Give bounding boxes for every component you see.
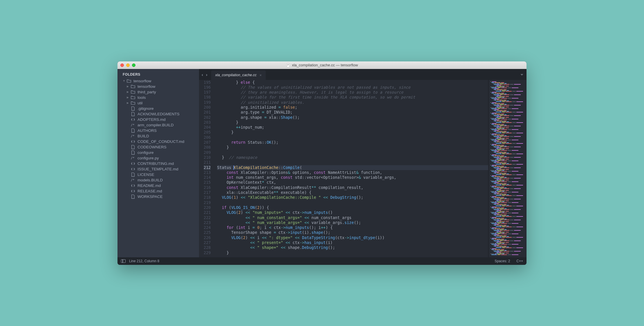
- code-line[interactable]: // uninitialized variables.: [217, 100, 488, 105]
- tree-item-build[interactable]: /*BUILD: [117, 133, 199, 139]
- gutter-line[interactable]: 198: [204, 95, 211, 100]
- gutter-line[interactable]: 219: [204, 200, 211, 205]
- tree-item-contributing-md[interactable]: CONTRIBUTING.md: [117, 161, 199, 166]
- code-area[interactable]: } else { // The values of uninitialized …: [214, 80, 488, 257]
- close-window-button[interactable]: [120, 63, 124, 67]
- gutter-line[interactable]: 222: [204, 215, 211, 220]
- minimize-window-button[interactable]: [126, 63, 130, 67]
- code-line[interactable]: for (int i = 0; i < ctx->num_inputs(); i…: [217, 225, 488, 230]
- tree-item-code-of-conduct-md[interactable]: CODE_OF_CONDUCT.md: [117, 139, 199, 144]
- gutter-line[interactable]: 197: [204, 90, 211, 95]
- tree-item-workspace[interactable]: WORKSPACE: [117, 194, 199, 199]
- gutter-line[interactable]: 228: [204, 245, 211, 250]
- tree-item-configure-py[interactable]: /*configure.py: [117, 155, 199, 161]
- gutter-line[interactable]: 200: [204, 105, 211, 110]
- code-line[interactable]: VLOG(2) << "num_inputs=" << ctx->num_inp…: [217, 210, 488, 215]
- code-line[interactable]: << " num_variable_args=" << variable_arg…: [217, 220, 488, 225]
- tree-item-readme-md[interactable]: README.md: [117, 183, 199, 188]
- gutter-line[interactable]: 209: [204, 150, 211, 155]
- tree-item-tensorflow[interactable]: ▼tensorflow: [117, 78, 199, 84]
- code-line[interactable]: << " num_constant_args=" << num_constant…: [217, 215, 488, 220]
- code-line[interactable]: } // namespace: [217, 155, 488, 160]
- code-line[interactable]: Status XlaCompilationCache::Compile(: [217, 165, 488, 170]
- gutter-line[interactable]: 207: [204, 140, 211, 145]
- code-line[interactable]: xla::LocalExecutable** executable) {: [217, 190, 488, 195]
- code-line[interactable]: << " present=" << ctx->has_input(i): [217, 240, 488, 245]
- gutter-line[interactable]: 225: [204, 230, 211, 235]
- tree-item-adopters-md[interactable]: ADOPTERS.md: [117, 117, 199, 122]
- gutter-line[interactable]: 211: [204, 160, 211, 165]
- tree-item-tools[interactable]: ▶tools: [117, 95, 199, 100]
- gutter-line[interactable]: 213: [204, 170, 211, 175]
- status-position[interactable]: Line 212, Column 8: [129, 259, 159, 263]
- gutter-line[interactable]: 206: [204, 135, 211, 140]
- tree-item-models-build[interactable]: /*models.BUILD: [117, 177, 199, 183]
- gutter-line[interactable]: 220: [204, 205, 211, 210]
- gutter-line[interactable]: 205: [204, 130, 211, 135]
- nav-forward-icon[interactable]: [205, 72, 209, 77]
- code-line[interactable]: VLOG(2) << i << ": dtype=" << DataTypeSt…: [217, 235, 488, 240]
- gutter-line[interactable]: 195: [204, 80, 211, 85]
- gutter-line[interactable]: 221: [204, 210, 211, 215]
- code-line[interactable]: // variable for the first time inside th…: [217, 95, 488, 100]
- editor-content[interactable]: 1951961971981992002012022032042052062072…: [199, 80, 527, 257]
- gutter-line[interactable]: 204: [204, 125, 211, 130]
- gutter-line[interactable]: 210: [204, 155, 211, 160]
- code-line[interactable]: const XlaCompiler::Options& options, con…: [217, 170, 488, 175]
- gutter-line[interactable]: 223: [204, 220, 211, 225]
- gutter-line[interactable]: 227: [204, 240, 211, 245]
- code-line[interactable]: // they are meaningless. However, it is …: [217, 90, 488, 95]
- code-line[interactable]: if (VLOG_IS_ON(2)) {: [217, 205, 488, 210]
- code-line[interactable]: }: [217, 120, 488, 125]
- tree-item-license[interactable]: LICENSE: [117, 172, 199, 177]
- gutter-line[interactable]: 224: [204, 225, 211, 230]
- code-line[interactable]: [217, 200, 488, 205]
- code-line[interactable]: arg.shape = xla::Shape();: [217, 115, 488, 120]
- tree-item-release-md[interactable]: RELEASE.md: [117, 188, 199, 194]
- code-line[interactable]: arg.initialized = false;: [217, 105, 488, 110]
- gutter-line[interactable]: 212: [204, 165, 211, 170]
- code-line[interactable]: << " shape=" << shape.DebugString();: [217, 245, 488, 250]
- gutter-line[interactable]: 218: [204, 195, 211, 200]
- code-line[interactable]: }: [217, 250, 488, 255]
- gutter-line[interactable]: 201: [204, 110, 211, 115]
- gutter-line[interactable]: 229: [204, 250, 211, 255]
- tree-item-issue-template-md[interactable]: ISSUE_TEMPLATE.md: [117, 166, 199, 172]
- gutter-line[interactable]: 215: [204, 180, 211, 185]
- status-spaces[interactable]: Spaces: 2: [495, 259, 510, 263]
- tree-item-tensorflow[interactable]: ▶tensorflow: [117, 84, 199, 89]
- code-line[interactable]: VLOG(1) << "XlaCompilationCache::Compile…: [217, 195, 488, 200]
- status-language[interactable]: C++: [516, 259, 523, 263]
- gutter-line[interactable]: 203: [204, 120, 211, 125]
- gutter-line[interactable]: 196: [204, 85, 211, 90]
- gutter-line[interactable]: 202: [204, 115, 211, 120]
- gutter-line[interactable]: 217: [204, 190, 211, 195]
- tree-item--gitignore[interactable]: .gitignore: [117, 106, 199, 111]
- tab-active[interactable]: xla_compilation_cache.cc ×: [211, 70, 266, 80]
- tree-item-configure[interactable]: configure: [117, 150, 199, 155]
- code-line[interactable]: OpKernelContext* ctx,: [217, 180, 488, 185]
- sidebar[interactable]: FOLDERS ▼tensorflow▶tensorflow▶third_par…: [117, 69, 199, 257]
- gutter-line[interactable]: 214: [204, 175, 211, 180]
- tree-item-util[interactable]: ▶util: [117, 100, 199, 106]
- code-line[interactable]: } else {: [217, 80, 488, 85]
- code-line[interactable]: // The values of uninitialized variables…: [217, 85, 488, 90]
- code-line[interactable]: arg.type = DT_INVALID;: [217, 110, 488, 115]
- titlebar[interactable]: xla_compilation_cache.cc — tensorflow: [117, 61, 527, 69]
- code-line[interactable]: [217, 150, 488, 155]
- tree-item-codeowners[interactable]: CODEOWNERS: [117, 144, 199, 150]
- nav-back-icon[interactable]: [201, 72, 205, 77]
- tree-item-acknowledgments[interactable]: ACKNOWLEDGMENTS: [117, 111, 199, 117]
- maximize-window-button[interactable]: [132, 63, 135, 67]
- gutter-line[interactable]: 226: [204, 235, 211, 240]
- code-line[interactable]: }: [217, 130, 488, 135]
- tab-dropdown-icon[interactable]: [520, 72, 524, 78]
- code-line[interactable]: ++input_num;: [217, 125, 488, 130]
- code-line[interactable]: int num_constant_args, const std::vector…: [217, 175, 488, 180]
- code-line[interactable]: [217, 135, 488, 140]
- tree-item-arm-compiler-build[interactable]: /*arm_compiler.BUILD: [117, 122, 199, 128]
- gutter-line[interactable]: 216: [204, 185, 211, 190]
- minimap[interactable]: [488, 80, 527, 257]
- tab-close-icon[interactable]: ×: [259, 73, 262, 77]
- panel-toggle-icon[interactable]: [121, 259, 126, 263]
